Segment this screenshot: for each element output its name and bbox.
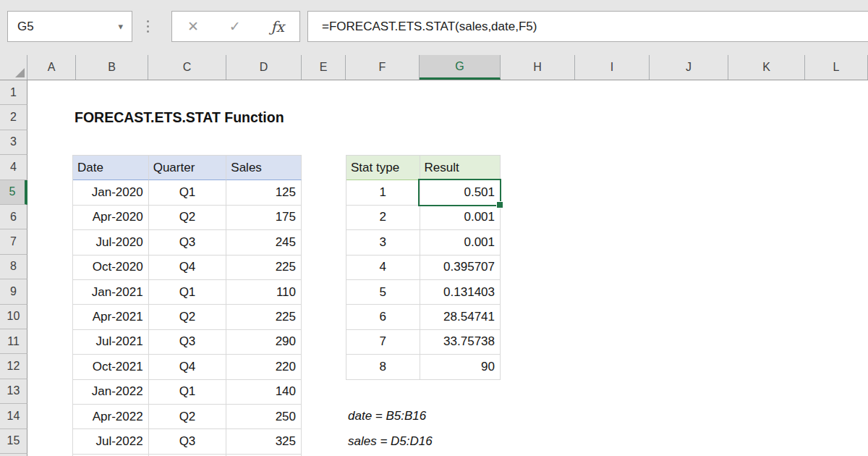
cell-stat-type[interactable]: 3 [346,230,420,255]
cell-quarter[interactable]: Q4 [149,355,227,379]
name-box[interactable]: G5 ▾ [7,11,132,42]
cell-quarter[interactable]: Q4 [149,256,227,280]
row-header-3[interactable]: 3 [0,130,27,155]
cell-date[interactable]: Apr-2021 [73,305,149,329]
row-header-2[interactable]: 2 [0,105,27,130]
row-header-11[interactable]: 11 [0,329,27,354]
cell-result[interactable]: 0.131403 [420,280,501,305]
cell-sales[interactable]: 325 [226,429,302,454]
row-header-9[interactable]: 9 [0,279,27,304]
cell-sales[interactable]: 250 [226,405,302,429]
cell-date[interactable]: Oct-2021 [73,355,149,379]
column-header-g-selected[interactable]: G [420,55,501,80]
name-box-value[interactable]: G5 [8,20,118,34]
row-header-10[interactable]: 10 [0,305,27,329]
cell-sales[interactable]: 225 [226,256,302,280]
cell-result[interactable]: 33.75738 [420,330,501,355]
cell-date[interactable]: Jul-2022 [73,429,149,454]
cell-sales[interactable]: 225 [226,305,302,329]
cell-stat-type[interactable]: 4 [346,256,420,280]
row-header-13[interactable]: 13 [0,379,27,404]
cell-quarter[interactable]: Q1 [149,180,227,205]
table-row: 1 0.501 [346,180,501,205]
cell-sales[interactable]: 175 [226,206,302,230]
column-header-d[interactable]: D [226,55,302,80]
row-header-6[interactable]: 6 [0,205,27,229]
cell-sales[interactable]: 245 [226,230,302,255]
cell-date[interactable]: Jul-2020 [73,230,149,255]
note-sales-range[interactable]: sales = D5:D16 [348,429,433,454]
column-header-c[interactable]: C [148,55,226,80]
row-header-7[interactable]: 7 [0,229,27,254]
cell-stat-type[interactable]: 8 [346,355,420,379]
cell-result-selected[interactable]: 0.501 [420,180,501,205]
cell-quarter[interactable]: Q1 [149,380,227,405]
cell-quarter[interactable]: Q1 [149,280,227,305]
cell-date[interactable]: Apr-2020 [73,206,149,230]
cell-stat-type[interactable]: 6 [346,305,420,329]
column-header-k[interactable]: K [728,55,805,80]
note-date-range[interactable]: date = B5:B16 [348,404,426,428]
cell-date[interactable]: Jan-2022 [73,380,149,405]
cell-result[interactable]: 28.54741 [420,305,501,329]
fill-handle[interactable] [496,201,503,208]
column-header-e[interactable]: E [302,55,346,80]
cell-result[interactable]: 0.001 [420,206,501,230]
cell-stat-type[interactable]: 1 [346,180,420,205]
cell-result[interactable]: 0.395707 [420,256,501,280]
sales-header-date[interactable]: Date [73,156,149,180]
cell-date[interactable]: Oct-2020 [73,256,149,280]
cell-quarter[interactable]: Q3 [149,330,227,355]
row-header-8[interactable]: 8 [0,255,27,279]
column-header-j[interactable]: J [650,55,728,80]
cell-stat-type[interactable]: 7 [346,330,420,355]
row-header-12[interactable]: 12 [0,354,27,379]
cell-date[interactable]: Jan-2020 [73,180,149,205]
cell-date[interactable]: Apr-2022 [73,405,149,429]
cell-quarter[interactable]: Q2 [149,405,227,429]
row-header-14[interactable]: 14 [0,404,27,428]
cell-result[interactable]: 0.001 [420,230,501,255]
formula-input[interactable]: =FORECAST.ETS.STAT(sales,date,F5) [307,11,868,42]
stat-header-result[interactable]: Result [420,156,501,180]
name-box-dropdown-icon[interactable]: ▾ [118,21,132,32]
cell-quarter[interactable]: Q2 [149,206,227,230]
column-header-b[interactable]: B [76,55,148,80]
row-header-5-selected[interactable]: 5 [0,180,27,205]
sheet-title-cell[interactable]: FORECAST.ETS.STAT Function [75,105,284,130]
cell-sales[interactable]: 220 [226,355,302,379]
cell-quarter[interactable]: Q2 [149,305,227,329]
row-header-1[interactable]: 1 [0,80,27,105]
cell-result[interactable]: 90 [420,355,501,379]
cell-date[interactable]: Jul-2021 [73,330,149,355]
cell-sales[interactable]: 110 [226,280,302,305]
column-header-l[interactable]: L [805,55,868,80]
column-header-i[interactable]: I [575,55,650,80]
column-header-a[interactable]: A [27,55,76,80]
table-row: Jan-2021 Q1 110 [73,280,302,305]
sales-header-sales[interactable]: Sales [226,156,302,180]
row-header-15[interactable]: 15 [0,429,27,454]
column-header-strip: A B C D E F G H I J K L [0,55,868,80]
column-header-h[interactable]: H [501,55,575,80]
insert-function-icon[interactable]: ƒx [271,18,284,35]
cell-quarter[interactable]: Q3 [149,429,227,454]
table-row: 5 0.131403 [346,280,501,305]
cell-quarter[interactable]: Q3 [149,230,227,255]
sales-header-quarter[interactable]: Quarter [149,156,227,180]
select-all-triangle-icon [15,68,25,77]
stat-table-header-row: Stat type Result [346,156,501,180]
stat-header-stat-type[interactable]: Stat type [346,156,420,180]
cell-stat-type[interactable]: 2 [346,206,420,230]
cell-sales[interactable]: 125 [226,180,302,205]
row-header-4[interactable]: 4 [0,155,27,180]
enter-icon[interactable]: ✓ [229,18,241,35]
table-row: 4 0.395707 [346,256,501,280]
cancel-icon[interactable]: ✕ [187,18,199,35]
select-all-corner[interactable] [0,55,27,80]
cell-date[interactable]: Jan-2021 [73,280,149,305]
column-header-f[interactable]: F [346,55,420,80]
cell-stat-type[interactable]: 5 [346,280,420,305]
cell-sales[interactable]: 290 [226,330,302,355]
cell-sales[interactable]: 140 [226,380,302,405]
